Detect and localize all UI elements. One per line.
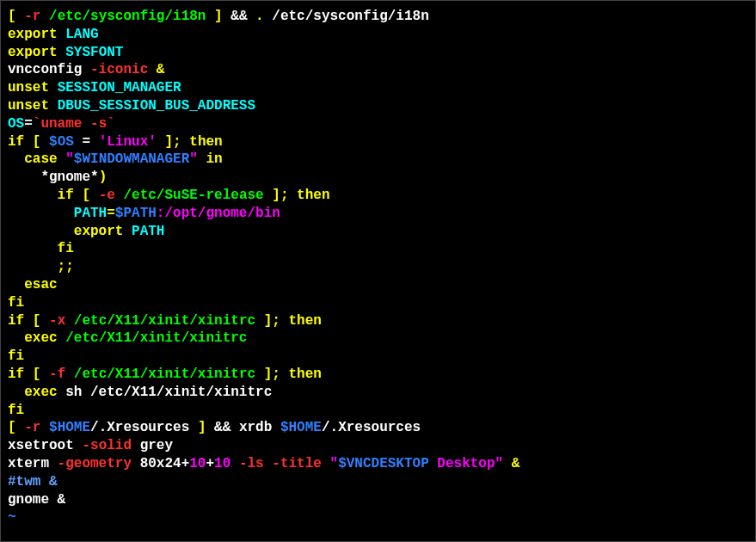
code-token: = [24, 116, 33, 132]
code-token: :/opt/gnome/bin [157, 206, 280, 221]
code-token [58, 27, 66, 42]
code-token: 10 [214, 456, 230, 471]
code-token: #twm & [8, 474, 58, 490]
code-token: fi [8, 348, 24, 364]
code-token: [ [33, 366, 41, 382]
code-token: . [255, 9, 264, 24]
code-token [289, 188, 298, 203]
code-token [264, 456, 273, 471]
code-token [16, 420, 25, 435]
code-token [8, 241, 58, 256]
code-token [74, 188, 83, 203]
code-token: $PATH [115, 206, 157, 221]
code-token: then [297, 188, 329, 203]
code-token: & [157, 62, 165, 77]
code-token: /etc/X11/xinit/xinitrc [74, 313, 255, 329]
code-token: = [107, 206, 115, 221]
code-token: export [8, 27, 58, 42]
code-token [8, 277, 24, 293]
code-token: $OS [49, 134, 74, 150]
code-token: ]; [264, 366, 280, 382]
code-token [115, 188, 124, 203]
code-token: exec [24, 330, 57, 346]
code-token: export [74, 224, 124, 239]
code-token: /etc/X11/xinit/xinitrc [65, 330, 247, 346]
code-token: LANG [65, 27, 98, 42]
code-token [230, 456, 239, 471]
code-token [58, 330, 66, 346]
code-token: SESSION_MANAGER [58, 80, 181, 95]
code-token: ;; [58, 259, 74, 274]
code-token: /.Xresources [90, 420, 198, 435]
code-token [264, 188, 273, 203]
code-token: exec [24, 385, 57, 400]
code-token [58, 151, 66, 167]
code-token: && [223, 9, 255, 24]
code-token: /etc/SuSE-release [123, 188, 263, 203]
code-token: -x [49, 313, 65, 329]
code-token: ]; [272, 188, 288, 203]
code-token: PATH [132, 224, 164, 239]
code-token: -r [24, 9, 40, 24]
code-token: PATH [74, 206, 107, 221]
code-token: /etc/sysconfig/i18n [49, 9, 206, 24]
code-token [8, 330, 24, 346]
tilde-empty-line: ~ [8, 509, 16, 525]
code-token: export [8, 45, 58, 60]
code-token [503, 456, 512, 471]
code-token: 10 [189, 456, 206, 471]
code-token [49, 98, 58, 114]
code-token [58, 45, 66, 60]
code-token: ] [214, 9, 223, 24]
code-token [255, 313, 264, 329]
code-token [8, 224, 74, 239]
code-token: OS [8, 116, 24, 132]
code-token [49, 80, 58, 95]
code-token: -title [272, 456, 322, 471]
code-token: then [189, 134, 222, 150]
code-token [40, 134, 49, 150]
code-token: if [58, 188, 74, 203]
code-token: -ls [239, 456, 264, 471]
code-token: case [24, 151, 57, 167]
code-token: -r [24, 420, 40, 435]
code-token: [ [33, 313, 41, 329]
code-token [8, 259, 58, 274]
code-token: $HOME [280, 420, 322, 435]
code-token: fi [8, 403, 24, 418]
code-token: $WINDOWMANAGER [74, 151, 189, 167]
code-token: && xrdb [206, 420, 280, 435]
code-token [24, 366, 33, 382]
code-token: [ [8, 420, 16, 435]
code-token [65, 313, 74, 329]
code-token: then [289, 313, 322, 329]
code-token: Desktop" [429, 456, 503, 471]
code-token: -solid [82, 438, 132, 453]
code-token: if [8, 366, 24, 382]
code-token: if [8, 134, 24, 150]
code-token: fi [58, 241, 74, 256]
code-token [280, 313, 289, 329]
code-token: in [206, 151, 222, 167]
code-token: DBUS_SESSION_BUS_ADDRESS [58, 98, 255, 114]
code-token: sh /etc/X11/xinit/xinitrc [58, 385, 273, 400]
code-token: unset [8, 98, 49, 114]
code-token [24, 134, 33, 150]
code-token: *gnome* [8, 169, 99, 185]
code-token [65, 366, 74, 382]
code-token: then [289, 366, 322, 382]
code-token: /etc/X11/xinit/xinitrc [74, 366, 255, 382]
code-token: vncconfig [8, 62, 90, 77]
code-token [90, 188, 99, 203]
code-token [206, 9, 214, 24]
code-token: 80x24+ [132, 456, 189, 471]
code-token [8, 385, 24, 400]
code-token [40, 9, 49, 24]
code-token [8, 188, 58, 203]
code-token [24, 313, 33, 329]
code-token [280, 366, 289, 382]
terminal-editor[interactable]: [ -r /etc/sysconfig/i18n ] && . /etc/sys… [8, 8, 748, 527]
code-token [8, 151, 24, 167]
code-token: ]; [164, 134, 181, 150]
code-token: $VNCDESKTOP [338, 456, 429, 471]
